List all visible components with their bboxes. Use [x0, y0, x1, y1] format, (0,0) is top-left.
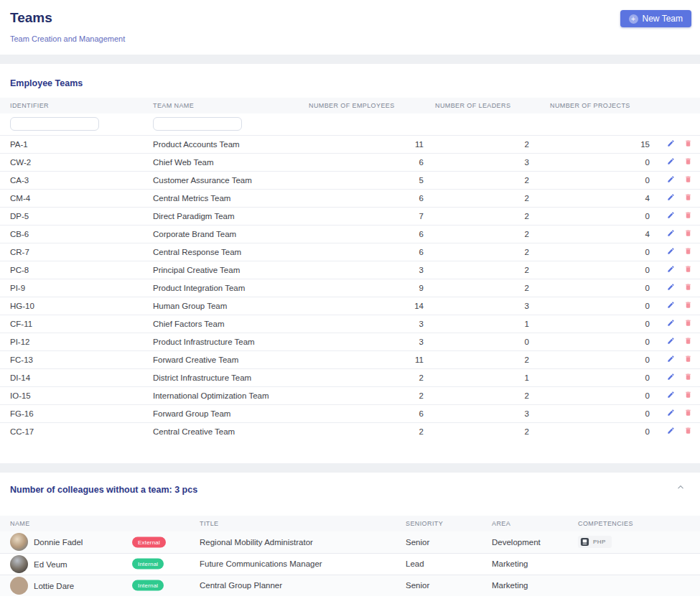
- team-projects-count: 0: [540, 386, 651, 404]
- team-identifier: IO-15: [0, 386, 143, 404]
- edit-team-button[interactable]: [666, 301, 676, 311]
- team-projects-count: 0: [540, 368, 651, 386]
- edit-team-button[interactable]: [666, 139, 676, 149]
- team-name-filter-input[interactable]: [153, 117, 242, 131]
- delete-team-button[interactable]: [683, 139, 693, 149]
- delete-team-button[interactable]: [683, 427, 693, 437]
- edit-team-button[interactable]: [666, 157, 676, 167]
- delete-team-button[interactable]: [683, 409, 693, 419]
- team-projects-count: 15: [540, 135, 651, 153]
- edit-team-button[interactable]: [666, 265, 676, 275]
- team-leaders-count: 2: [425, 225, 540, 243]
- competency-label: PHP: [593, 539, 606, 545]
- team-leaders-count: 2: [425, 207, 540, 225]
- team-projects-count: 0: [540, 333, 651, 350]
- teams-table-body: PA-1 Product Accounts Team 11 2 15 CW-2 …: [0, 135, 700, 440]
- avatar: [10, 555, 28, 573]
- team-identifier: FG-16: [0, 404, 143, 422]
- team-projects-count: 0: [540, 350, 651, 368]
- employment-badge: Internal: [132, 559, 164, 570]
- edit-team-button[interactable]: [666, 355, 676, 365]
- team-name: Corporate Brand Team: [143, 225, 299, 243]
- delete-team-button[interactable]: [683, 157, 693, 167]
- trash-icon: [684, 265, 692, 274]
- delete-team-button[interactable]: [683, 337, 693, 347]
- delete-team-button[interactable]: [683, 265, 693, 275]
- team-actions: [651, 225, 700, 243]
- edit-team-button[interactable]: [666, 391, 676, 401]
- edit-team-button[interactable]: [666, 283, 676, 293]
- team-employees-count: 5: [299, 171, 425, 189]
- team-name: Product Infrastructure Team: [143, 333, 299, 350]
- team-row: HG-10 Human Group Team 14 3 0: [0, 297, 700, 315]
- edit-team-button[interactable]: [666, 175, 676, 185]
- edit-team-button[interactable]: [666, 337, 676, 347]
- avatar: [10, 577, 28, 595]
- team-row: CF-11 Chief Factors Team 3 1 0: [0, 315, 700, 333]
- edit-team-button[interactable]: [666, 319, 676, 329]
- trash-icon: [684, 373, 692, 382]
- colleague-seniority: Senior: [396, 531, 482, 553]
- team-projects-count: 0: [540, 243, 651, 261]
- team-actions: [651, 261, 700, 279]
- team-name: Forward Group Team: [143, 404, 299, 422]
- team-identifier: PI-12: [0, 333, 143, 350]
- delete-team-button[interactable]: [683, 193, 693, 203]
- edit-team-button[interactable]: [666, 193, 676, 203]
- team-employees-count: 6: [299, 243, 425, 261]
- team-name: Central Metrics Team: [143, 189, 299, 207]
- trash-icon: [684, 301, 692, 310]
- trash-icon: [684, 427, 692, 436]
- team-leaders-count: 2: [425, 386, 540, 404]
- team-row: IO-15 International Optimization Team 2 …: [0, 386, 700, 404]
- delete-team-button[interactable]: [683, 301, 693, 311]
- colleague-seniority: Senior: [396, 575, 482, 596]
- delete-team-button[interactable]: [683, 175, 693, 185]
- team-identifier: HG-10: [0, 297, 143, 315]
- team-projects-count: 0: [540, 171, 651, 189]
- colleague-name-cell: Donnie Fadel External: [0, 531, 190, 553]
- pencil-icon: [667, 373, 675, 382]
- pencil-icon: [667, 211, 675, 220]
- delete-team-button[interactable]: [683, 391, 693, 401]
- edit-team-button[interactable]: [666, 427, 676, 437]
- trash-icon: [684, 391, 692, 400]
- pencil-icon: [667, 319, 675, 328]
- delete-team-button[interactable]: [683, 283, 693, 293]
- pencil-icon: [667, 265, 675, 274]
- team-employees-count: 14: [299, 297, 425, 315]
- teams-page: Teams Team Creation and Management + New…: [0, 0, 700, 604]
- delete-team-button[interactable]: [683, 355, 693, 365]
- team-identifier: CA-3: [0, 171, 143, 189]
- delete-team-button[interactable]: [683, 247, 693, 257]
- edit-team-button[interactable]: [666, 409, 676, 419]
- edit-team-button[interactable]: [666, 373, 676, 383]
- team-projects-count: 0: [540, 404, 651, 422]
- team-leaders-count: 2: [425, 422, 540, 440]
- edit-team-button[interactable]: [666, 211, 676, 221]
- team-leaders-count: 1: [425, 368, 540, 386]
- team-employees-count: 3: [299, 315, 425, 333]
- edit-team-button[interactable]: [666, 229, 676, 239]
- team-actions: [651, 297, 700, 315]
- pencil-icon: [667, 337, 675, 346]
- identifier-filter-input[interactable]: [10, 117, 99, 131]
- delete-team-button[interactable]: [683, 211, 693, 221]
- colleague-row: Lottie Dare Internal Central Group Plann…: [0, 575, 700, 596]
- delete-team-button[interactable]: [683, 319, 693, 329]
- colleagues-table-body: Donnie Fadel External Regional Mobility …: [0, 531, 700, 596]
- pencil-icon: [667, 283, 675, 292]
- colleagues-table: NAME TITLE SENIORITY AREA COMPETENCIES D…: [0, 516, 700, 596]
- new-team-button[interactable]: + New Team: [620, 10, 691, 27]
- team-actions: [651, 404, 700, 422]
- delete-team-button[interactable]: [683, 229, 693, 239]
- team-identifier: DI-14: [0, 368, 143, 386]
- edit-team-button[interactable]: [666, 247, 676, 257]
- delete-team-button[interactable]: [683, 373, 693, 383]
- colleague-name-cell: Ed Veum Internal: [0, 553, 190, 575]
- team-employees-count: 6: [299, 189, 425, 207]
- collapse-section-button[interactable]: [674, 483, 687, 496]
- team-employees-count: 7: [299, 207, 425, 225]
- chevron-up-icon: [676, 483, 686, 496]
- col-number-of-employees: NUMBER OF EMPLOYEES: [299, 98, 425, 113]
